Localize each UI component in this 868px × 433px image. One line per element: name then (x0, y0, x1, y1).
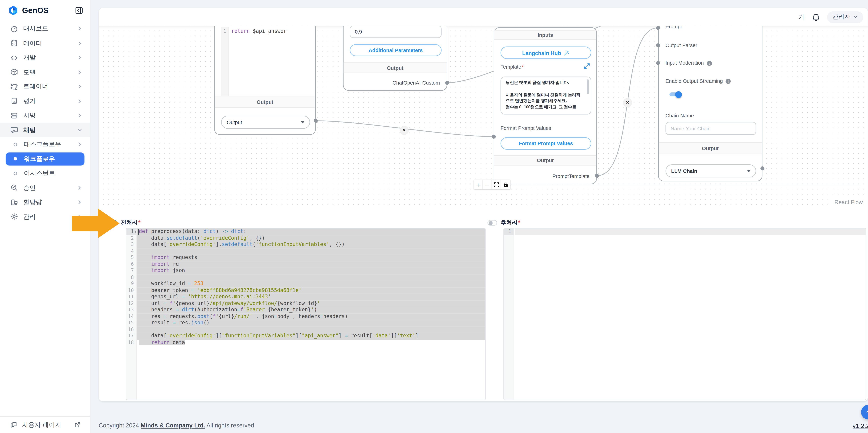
database-icon (10, 39, 18, 47)
sidebar-item-label: 어시스턴트 (24, 169, 82, 178)
node-prompt-template[interactable]: Inputs Langchain Hub Template* (494, 27, 597, 184)
edge-delete-button[interactable]: ✕ (400, 126, 408, 135)
chevron-right-icon (77, 55, 82, 60)
zoom-in-button[interactable]: + (474, 180, 483, 189)
sidebar-item-trainer[interactable]: 트레이너 (0, 79, 90, 94)
chevron-right-icon (77, 41, 82, 46)
inputs-header: Inputs (494, 30, 596, 40)
node-chat-model[interactable]: 0.9 Additional Parameters Output ChatOpe… (343, 26, 447, 91)
sidebar-item-develop[interactable]: 개발 (0, 51, 90, 65)
app-root: GenOS 대시보드데이터개발모델트레이너평가서빙채팅태스크플로우워크플로우어시… (0, 0, 868, 433)
chevron-right-icon (77, 185, 82, 190)
sidebar-item-admin[interactable]: 관리 (0, 210, 90, 224)
preprocess-label: 전처리* (121, 219, 141, 227)
fit-view-button[interactable] (492, 180, 501, 189)
sidebar-item-quota[interactable]: 할당량 (0, 195, 90, 209)
additional-parameters-button[interactable]: Additional Parameters (350, 44, 442, 56)
top-header: 가 관리자 (99, 8, 868, 26)
font-size-button[interactable]: 가 (798, 12, 805, 22)
sidebar-item-dashboard[interactable]: 대시보드 (0, 22, 90, 36)
temperature-input[interactable]: 0.9 (350, 26, 442, 38)
sidebar-item-assistant[interactable]: 어시스턴트 (0, 166, 90, 181)
sidebar-item-label: 채팅 (23, 126, 77, 134)
sidebar-item-model[interactable]: 모델 (0, 65, 90, 79)
edge-delete-button[interactable]: ✕ (623, 98, 632, 107)
sidebar-item-taskflow[interactable]: 태스크플로우 (0, 137, 90, 152)
function-output-header: Output (215, 96, 315, 108)
quota-icon (10, 198, 18, 206)
chain-output-select[interactable]: LLM Chain (665, 164, 756, 178)
info-icon[interactable]: i (707, 60, 712, 65)
select-caret-icon (301, 121, 305, 123)
expand-icon[interactable] (584, 63, 590, 69)
gear-icon (10, 213, 18, 221)
function-code-gutter: 1 (221, 27, 229, 96)
company-link[interactable]: Minds & Company Ltd. (141, 422, 205, 429)
sidebar-item-label: 워크플로우 (24, 155, 76, 163)
template-label: Template* (500, 64, 524, 70)
sidebar-item-evaluation[interactable]: 평가 (0, 94, 90, 108)
postprocess-code-editor[interactable]: 1 (503, 228, 866, 400)
lock-button[interactable] (501, 180, 510, 189)
sidebar-item-data[interactable]: 데이터 (0, 36, 90, 50)
prompt-output-header: Output (494, 155, 596, 166)
user-menu-button[interactable]: 관리자 (827, 11, 863, 23)
handle-chain-output[interactable] (761, 166, 764, 170)
bell-icon[interactable] (811, 13, 820, 21)
handle-chain-moderation-input[interactable] (656, 61, 660, 65)
chain-name-input[interactable]: Name Your Chain (665, 122, 756, 135)
function-code-editor[interactable]: 1 return $api_answer (221, 27, 310, 96)
chevron-down-icon (77, 127, 82, 132)
scroll-to-top-button[interactable] (861, 405, 868, 420)
chevron-right-icon (77, 84, 82, 89)
code-icon (10, 54, 18, 62)
output-streaming-toggle[interactable] (669, 91, 682, 98)
sidebar-item-label: 모델 (23, 68, 77, 76)
workflow-canvas[interactable]: 1 return $api_answer Output Output 0.9 A… (99, 26, 868, 208)
template-textarea[interactable]: 당신은 챗봇의 품질 평가자 입니다.사용자의 질문에 얼마나 친절하게 논리적… (500, 76, 591, 115)
postprocess-toggle[interactable] (488, 220, 497, 226)
node-llm-chain[interactable]: Prompt Output Parser Input Moderationi E… (658, 26, 763, 181)
chat-model-output-handle-label: ChatOpenAI-Custom (393, 80, 440, 86)
preprocess-toggle[interactable] (107, 220, 117, 226)
output-parser-input-label: Output Parser (665, 42, 697, 48)
node-custom-function[interactable]: 1 return $api_answer Output Output (214, 26, 316, 135)
sidebar-item-label: 할당량 (23, 198, 77, 207)
sidebar-item-chatting[interactable]: 채팅 (0, 123, 90, 137)
textarea-scrollbar-thumb[interactable] (587, 79, 589, 94)
app-logo-text: GenOS (22, 6, 75, 14)
sidebar-item-label: 승인 (23, 184, 77, 192)
info-icon[interactable]: i (726, 79, 731, 84)
sidebar: GenOS 대시보드데이터개발모델트레이너평가서빙채팅태스크플로우워크플로우어시… (0, 0, 91, 433)
sidebar-item-workflow[interactable]: 워크플로우 (6, 152, 85, 166)
zoom-out-button[interactable]: − (483, 180, 492, 189)
handle-prompt-output[interactable] (595, 174, 599, 178)
function-output-select[interactable]: Output (221, 116, 310, 129)
sidebar-menu: 대시보드데이터개발모델트레이너평가서빙채팅태스크플로우워크플로우어시스턴트승인할… (0, 22, 90, 224)
preprocess-code-editor[interactable]: 1▾23456789101112131415161718 def preproc… (126, 228, 486, 400)
handle-chain-parser-input[interactable] (656, 43, 660, 48)
sidebar-footer-user-page[interactable]: 사용자 페이지 (0, 416, 90, 433)
postprocess-gutter: 1 (504, 228, 514, 400)
langchain-hub-button[interactable]: Langchain Hub (500, 47, 591, 59)
handle-function-output[interactable] (314, 119, 318, 123)
version-link[interactable]: v1.2.2 (852, 423, 868, 429)
sidebar-collapse-icon[interactable] (75, 6, 83, 14)
sidebar-item-label: 대시보드 (23, 25, 77, 33)
handle-chat-model-output[interactable] (445, 81, 449, 85)
sidebar-item-label: 트레이너 (23, 82, 77, 91)
format-prompt-values-label: Format Prompt Values (500, 125, 551, 131)
box-icon (10, 68, 18, 76)
sidebar-item-approval[interactable]: 승인 (0, 181, 90, 195)
chat-model-output-header: Output (344, 62, 447, 73)
postprocess-toggle-row: 후처리* (488, 219, 520, 227)
handle-prompt-input[interactable] (492, 135, 496, 139)
approve-icon (10, 184, 18, 192)
sidebar-item-label: 서빙 (23, 111, 77, 120)
format-prompt-values-button[interactable]: Format Prompt Values (500, 137, 591, 150)
user-menu-label: 관리자 (832, 13, 850, 21)
sidebar-item-label: 개발 (23, 54, 77, 62)
preprocess-gutter: 1▾23456789101112131415161718 (126, 228, 136, 400)
sidebar-item-serving[interactable]: 서빙 (0, 109, 90, 123)
chevron-down-icon (853, 15, 858, 19)
